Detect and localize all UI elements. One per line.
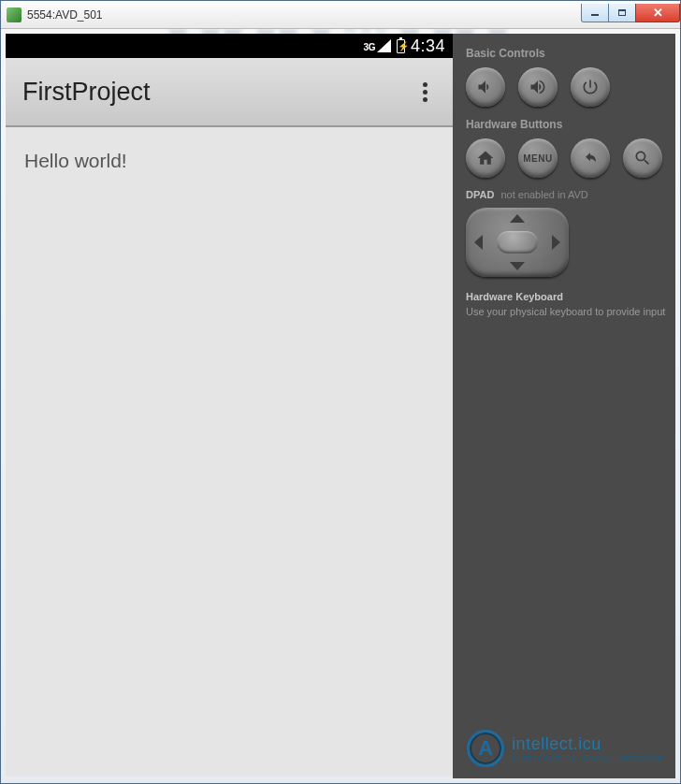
search-button[interactable] <box>623 138 662 178</box>
volume-up-button[interactable] <box>518 67 558 107</box>
dpad-center-button <box>497 231 538 254</box>
dpad-left-icon <box>474 235 483 250</box>
minimize-button[interactable] <box>581 4 609 22</box>
window-control-buttons: ✕ <box>582 4 680 22</box>
android-status-bar[interactable]: 3G ⚡ 4:34 <box>6 34 453 58</box>
app-title: FirstProject <box>22 78 413 107</box>
window-client-area: ▬ ▬▬ ▬▬ ▬ Aab ▬ ▬▬ ▬ 3G ⚡ 4:34 FirstProj… <box>1 29 680 783</box>
dpad-down-icon <box>510 262 525 270</box>
device-screen: 3G ⚡ 4:34 FirstProject Hello world! <box>6 34 453 777</box>
signal-triangle-icon <box>377 39 391 52</box>
emulator-window: 5554:AVD_501 ✕ ▬ ▬▬ ▬▬ ▬ Aab ▬ ▬▬ ▬ 3G ⚡… <box>0 0 681 784</box>
overflow-menu-icon[interactable] <box>413 82 436 102</box>
home-button[interactable] <box>466 138 505 178</box>
home-icon <box>476 149 495 167</box>
basic-controls-row <box>466 67 666 107</box>
app-icon <box>7 7 22 22</box>
maximize-button[interactable] <box>608 4 636 22</box>
volume-down-button[interactable] <box>466 67 505 107</box>
hardware-keyboard-note: Hardware Keyboard Use your physical keyb… <box>466 290 666 319</box>
basic-controls-heading: Basic Controls <box>466 47 666 60</box>
window-title: 5554:AVD_501 <box>27 8 103 22</box>
status-bar-clock: 4:34 <box>411 36 445 56</box>
watermark-logo: A <box>467 730 504 767</box>
menu-button-label: MENU <box>523 153 552 164</box>
search-icon <box>633 149 652 167</box>
hardware-keyboard-hint: Use your physical keyboard to provide in… <box>466 306 665 317</box>
power-icon <box>581 78 600 96</box>
volume-high-icon <box>529 78 547 96</box>
app-content-area: Hello world! <box>6 127 453 777</box>
back-arrow-icon <box>581 149 600 167</box>
window-titlebar[interactable]: 5554:AVD_501 ✕ <box>1 1 680 29</box>
network-type-label: 3G <box>364 42 375 52</box>
watermark-logo-letter: A <box>478 736 493 761</box>
signal-indicator: 3G <box>364 39 391 52</box>
back-button[interactable] <box>571 138 610 178</box>
menu-button[interactable]: MENU <box>518 138 558 178</box>
dpad-label: DPAD <box>466 189 494 200</box>
dpad-right-icon <box>552 235 560 250</box>
close-button[interactable]: ✕ <box>635 4 680 22</box>
dpad-status-line: DPAD not enabled in AVD <box>466 189 666 200</box>
watermark-subtext: INTELLECTUAL SOCIAL NETWORK <box>512 754 664 763</box>
watermark-text: intellect.icu <box>512 734 601 753</box>
power-button[interactable] <box>571 67 610 107</box>
hello-world-text: Hello world! <box>24 150 127 171</box>
hardware-keyboard-heading: Hardware Keyboard <box>466 290 666 304</box>
battery-charging-icon: ⚡ <box>397 39 405 53</box>
app-action-bar: FirstProject <box>6 58 453 127</box>
watermark: A intellect.icu INTELLECTUAL SOCIAL NETW… <box>467 730 664 767</box>
dpad-up-icon <box>510 214 525 223</box>
hardware-buttons-heading: Hardware Buttons <box>466 118 666 131</box>
emulator-control-panel: Basic Controls Hardware Buttons MENU <box>453 34 675 778</box>
hardware-buttons-row: MENU <box>466 138 666 178</box>
dpad-status-text: not enabled in AVD <box>500 189 587 200</box>
volume-low-icon <box>476 78 495 96</box>
dpad-control <box>466 208 569 277</box>
